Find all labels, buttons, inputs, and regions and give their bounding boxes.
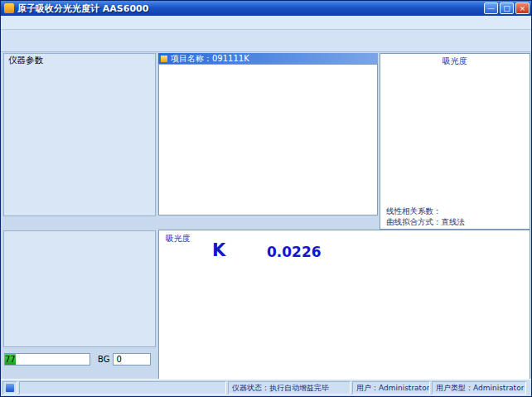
app-window: 原子吸收分光光度计 AAS6000 —□× 仪器参数 77 BG 0 项目名称：… [0, 0, 532, 397]
window-title: 原子吸收分光光度计 AAS6000 [17, 2, 484, 15]
fit-method-label: 曲线拟合方式：直线法 [386, 217, 465, 228]
project-header: 项目名称： 091111K [158, 53, 378, 64]
flame-params-panel [3, 230, 156, 347]
calibration-panel: 吸光度 线性相关系数： 曲线拟合方式：直线法 [380, 53, 530, 230]
bg-label: BG [98, 355, 109, 364]
app-icon [4, 3, 14, 13]
absorbance-reading: 0.0226 [267, 244, 322, 260]
element-symbol: K [212, 240, 225, 260]
dynamics-panel: 吸光度 K 0.0226 [158, 230, 530, 380]
menubar [1, 16, 531, 30]
results-table [158, 64, 378, 215]
calibration-curve-chart [384, 65, 528, 205]
energy-bar: 77 [4, 353, 90, 366]
close-button[interactable]: × [515, 2, 530, 14]
bg-value-field: 0 [113, 353, 151, 366]
user-type-status: 用户类型：Administrator [432, 381, 526, 395]
statusbar: 仪器状态：执行自动增益完毕 用户：Administrator 用户类型：Admi… [1, 379, 531, 396]
titlebar: 原子吸收分光光度计 AAS6000 —□× [1, 1, 531, 16]
toolbar [1, 30, 531, 52]
maximize-button[interactable]: □ [500, 2, 514, 14]
project-name: 091111K [212, 54, 249, 63]
correlation-label: 线性相关系数： [386, 206, 442, 217]
status-icon [6, 384, 14, 392]
project-label: 项目名称： [171, 53, 212, 65]
instrument-params-title: 仪器参数 [8, 55, 43, 66]
instrument-params-panel: 仪器参数 [3, 53, 156, 216]
pressure-status-segment [19, 381, 226, 395]
instrument-status: 仪器状态：执行自动增益完毕 [228, 381, 351, 395]
dynamics-y-axis-label: 吸光度 [166, 233, 191, 244]
energy-indicator-row: 77 BG 0 [4, 352, 156, 366]
user-status: 用户：Administrator [352, 381, 430, 395]
minimize-button[interactable]: — [484, 2, 498, 14]
status-icon-segment [2, 381, 17, 395]
energy-bar-fill: 77 [5, 354, 16, 365]
dynamics-signal-chart [171, 267, 525, 378]
window-controls: —□× [484, 2, 530, 14]
project-icon [161, 56, 167, 62]
